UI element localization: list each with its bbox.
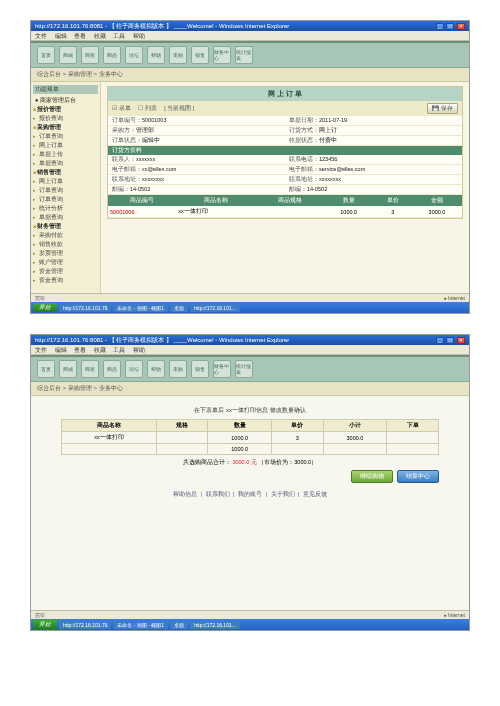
forum-icon[interactable]: 论坛 — [125, 46, 143, 64]
sidebar-item[interactable]: 单据查询 — [33, 159, 98, 168]
footer-link[interactable]: 意见反馈 — [303, 491, 327, 497]
ie-titlebar: http://172.16.101.76:8081 - 【 柱子商务模拟版本 】… — [31, 21, 469, 31]
finance-icon[interactable]: 财务中心 — [213, 360, 231, 378]
menu-tools[interactable]: 工具 — [113, 33, 125, 39]
sidebar-item[interactable]: 采购管理 — [33, 123, 98, 132]
footer-link[interactable]: 我的账号 — [238, 491, 262, 497]
taskbar-item[interactable]: http://172.16.101.76 — [59, 304, 111, 312]
sales-icon[interactable]: 销售 — [191, 360, 209, 378]
footer-link[interactable]: 关于我们 — [271, 491, 295, 497]
column-header: 数量 — [208, 420, 272, 432]
goods-icon[interactable]: 商品 — [103, 46, 121, 64]
panel-title: 网 上 订 单 — [108, 87, 462, 101]
menu-edit[interactable]: 编辑 — [55, 347, 67, 353]
close-button[interactable]: × — [457, 23, 465, 30]
sidebar-item[interactable]: 网上订单 — [33, 141, 98, 150]
merchant-icon[interactable]: 商家 — [81, 360, 99, 378]
column-header: 商品编号 — [108, 195, 176, 206]
help-icon[interactable]: 帮助 — [147, 360, 165, 378]
info-cell: 订单状态：编辑中 — [108, 136, 285, 146]
menu-tools[interactable]: 工具 — [113, 347, 125, 353]
sidebar-item[interactable]: 销售管理 — [33, 168, 98, 177]
continue-shopping-button[interactable]: 继续购物 — [351, 470, 393, 483]
footer-link[interactable]: 帮助信息 — [173, 491, 197, 497]
column-header: 数量 — [324, 195, 374, 206]
info-cell: 电子邮箱：service@elles.com — [285, 165, 462, 175]
home-icon[interactable]: 首页 — [37, 360, 55, 378]
merchant-icon[interactable]: 商家 — [81, 46, 99, 64]
finance-icon[interactable]: 财务中心 — [213, 46, 231, 64]
mall-icon[interactable]: 商城 — [59, 46, 77, 64]
menu-file[interactable]: 文件 — [35, 33, 47, 39]
maximize-button[interactable]: □ — [446, 23, 454, 30]
info-cell: 联系人：xxxxxxx — [108, 155, 285, 165]
sidebar-item[interactable]: 单据查询 — [33, 213, 98, 222]
sidebar-item[interactable]: 报价查询 — [33, 114, 98, 123]
minimize-button[interactable]: _ — [436, 23, 444, 30]
menu-view[interactable]: 查看 — [74, 347, 86, 353]
order-basic-info: 订单编号：50001003单据日期：2011-07-19采购方：管理部订货方式：… — [108, 116, 462, 146]
taskbar-item[interactable]: http://172.16.101.76 — [59, 621, 111, 629]
help-icon[interactable]: 帮助 — [147, 46, 165, 64]
order-buyer-rows: 联系人：xxxxxxx联系电话：123456电子邮箱：xx@elles.com电… — [108, 155, 462, 195]
menu-edit[interactable]: 编辑 — [55, 33, 67, 39]
column-header: 金额 — [412, 195, 462, 206]
purchase-icon[interactable]: 采购 — [169, 46, 187, 64]
cell-subtotal: 3000.0 — [323, 432, 387, 444]
menu-file[interactable]: 文件 — [35, 347, 47, 353]
start-button[interactable]: 开始 — [33, 620, 57, 629]
footer-link[interactable]: 联系我们 — [206, 491, 230, 497]
menu-view[interactable]: 查看 — [74, 33, 86, 39]
window-title: http://172.16.101.76:8081 - 【 柱子商务模拟版本 】… — [35, 336, 289, 345]
sidebar-item[interactable]: 报价管理 — [33, 105, 98, 114]
sidebar-item[interactable]: 单据上传 — [33, 150, 98, 159]
sidebar-item[interactable]: 采购付款 — [33, 231, 98, 240]
sidebar-item[interactable]: 网上订单 — [33, 177, 98, 186]
sidebar-item[interactable]: 统计分析 — [33, 204, 98, 213]
sidebar-item[interactable]: 资金管理 — [33, 267, 98, 276]
goods-icon[interactable]: 商品 — [103, 360, 121, 378]
taskbar: 开始 http://172.16.101.76 未命名 - 画图 - 截图1 桌… — [31, 619, 469, 630]
minimize-button[interactable]: _ — [436, 337, 444, 344]
cell-price: 3 — [272, 432, 324, 444]
sidebar-item[interactable]: 资金查询 — [33, 276, 98, 285]
menu-fav[interactable]: 收藏 — [94, 33, 106, 39]
checkout-button[interactable]: 结算中心 — [397, 470, 439, 483]
sidebar-item[interactable]: 财务管理 — [33, 222, 98, 231]
sidebar-item[interactable]: 订单查询 — [33, 186, 98, 195]
mall-icon[interactable]: 商城 — [59, 360, 77, 378]
report-icon[interactable]: 统计报表 — [235, 360, 253, 378]
screenshot-1: http://172.16.101.76:8081 - 【 柱子商务模拟版本 】… — [30, 20, 470, 314]
sidebar-item[interactable]: 订单查询 — [33, 195, 98, 204]
sidebar-item[interactable]: 销售收款 — [33, 240, 98, 249]
taskbar-item[interactable]: http://172.16.101... — [190, 304, 240, 312]
tab-entry[interactable]: ☑ 录单 — [112, 105, 134, 111]
tab-list[interactable]: ☐ 列表 — [138, 105, 160, 111]
home-icon[interactable]: 首页 — [37, 46, 55, 64]
cell-qty: 1000.0 — [324, 206, 374, 218]
start-button[interactable]: 开始 — [33, 303, 57, 312]
cell-code[interactable]: 50001006 — [108, 206, 176, 218]
sales-icon[interactable]: 销售 — [191, 46, 209, 64]
taskbar-item[interactable]: 未命名 - 画图 - 截图1 — [113, 621, 168, 629]
menu-help[interactable]: 帮助 — [133, 33, 145, 39]
taskbar-item[interactable]: 桌面 — [170, 304, 188, 312]
sidebar: 功能菜单 ● 商家管理后台 报价管理报价查询采购管理订单查询网上订单单据上传单据… — [31, 82, 101, 293]
tab-current[interactable]: [ 当前视图 ] — [164, 105, 194, 111]
sidebar-item[interactable]: 账户管理 — [33, 258, 98, 267]
table-row: 50001006 xx一体打印 1000.0 3 3000.0 — [108, 206, 462, 218]
close-button[interactable]: × — [457, 337, 465, 344]
menu-help[interactable]: 帮助 — [133, 347, 145, 353]
maximize-button[interactable]: □ — [446, 337, 454, 344]
sidebar-item[interactable]: 订单查询 — [33, 132, 98, 141]
taskbar-item[interactable]: 桌面 — [170, 621, 188, 629]
taskbar-item[interactable]: 未命名 - 画图 - 截图1 — [113, 304, 168, 312]
sidebar-item[interactable]: 发票管理 — [33, 249, 98, 258]
taskbar-item[interactable]: http://172.16.101... — [190, 621, 240, 629]
info-cell: 邮编：14-0502 — [285, 185, 462, 195]
report-icon[interactable]: 统计报表 — [235, 46, 253, 64]
purchase-icon[interactable]: 采购 — [169, 360, 187, 378]
save-button[interactable]: 💾 保存 — [427, 103, 458, 114]
forum-icon[interactable]: 论坛 — [125, 360, 143, 378]
menu-fav[interactable]: 收藏 — [94, 347, 106, 353]
